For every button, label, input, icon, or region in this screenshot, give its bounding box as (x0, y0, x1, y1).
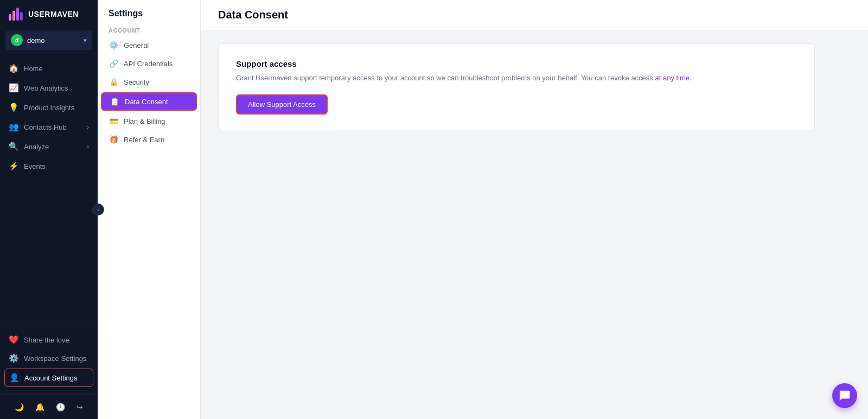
sidebar-item-product-insights[interactable]: 💡 Product Insights (0, 98, 98, 117)
sidebar-item-label: Account Settings (24, 374, 78, 382)
svg-rect-0 (9, 14, 11, 21)
link-icon: 🔗 (108, 59, 118, 68)
sidebar: USERMAVEN d demo ▾ 🏠 Home 📈 Web Analytic… (0, 0, 98, 419)
consent-card: Support access Grant Usermaven support t… (218, 43, 815, 130)
main-content: Data Consent Support access Grant Userma… (201, 0, 868, 419)
support-access-title: Support access (236, 59, 797, 68)
page-header: Data Consent (201, 0, 868, 30)
settings-section-label: Account (98, 22, 200, 36)
sidebar-item-home[interactable]: 🏠 Home (0, 59, 98, 78)
allow-support-access-button[interactable]: Allow Support Access (236, 94, 328, 115)
workspace-selector[interactable]: d demo ▾ (5, 30, 92, 50)
support-access-description: Grant Usermaven support temporary access… (236, 73, 797, 84)
settings-nav-security[interactable]: 🔒 Security (98, 73, 200, 91)
document-icon: 📋 (110, 97, 119, 106)
history-icon[interactable]: 🕐 (54, 401, 67, 414)
workspace-name: demo (27, 36, 79, 45)
chevron-right-icon: › (87, 124, 89, 130)
svg-rect-2 (16, 8, 19, 21)
settings-nav-label: API Credentials (124, 60, 173, 68)
sidebar-item-contacts-hub[interactable]: 👥 Contacts Hub › (0, 117, 98, 137)
lock-icon: 🔒 (108, 78, 118, 86)
sidebar-item-label: Home (24, 65, 43, 73)
svg-rect-3 (20, 12, 23, 21)
sidebar-item-web-analytics[interactable]: 📈 Web Analytics (0, 78, 98, 98)
sidebar-item-label: Product Insights (24, 104, 74, 112)
sidebar-item-label: Contacts Hub (24, 123, 67, 131)
sidebar-collapse-button[interactable]: ‹ (92, 204, 104, 215)
settings-nav-api-credentials[interactable]: 🔗 API Credentials (98, 54, 200, 73)
lightbulb-icon: 💡 (9, 103, 18, 112)
settings-nav-label: General (124, 41, 149, 49)
sidebar-item-events[interactable]: ⚡ Events (0, 156, 98, 176)
users-icon: 👥 (9, 122, 18, 132)
sidebar-item-label: Web Analytics (24, 84, 68, 92)
logout-icon[interactable]: ↪ (74, 401, 85, 414)
settings-nav-label: Refer & Earn (124, 136, 164, 144)
settings-nav-label: Plan & Billing (124, 117, 165, 125)
page-title: Data Consent (218, 9, 851, 21)
sidebar-item-analyze[interactable]: 🔍 Analyze › (0, 137, 98, 156)
settings-nav-label: Security (124, 78, 149, 86)
sidebar-bottom: ❤️ Share the love ⚙️ Workspace Settings … (0, 326, 98, 395)
analyze-icon: 🔍 (9, 142, 18, 151)
notification-icon[interactable]: 🔔 (33, 401, 47, 414)
home-icon: 🏠 (9, 64, 18, 73)
content-area: Support access Grant Usermaven support t… (201, 30, 868, 143)
revoke-access-link[interactable]: at any time (655, 74, 690, 82)
sidebar-item-label: Share the love (24, 336, 69, 344)
person-icon: 👤 (9, 373, 19, 383)
workspace-avatar: d (11, 34, 23, 46)
chat-bubble-button[interactable] (832, 383, 857, 408)
settings-nav-label: Data Consent (125, 98, 168, 106)
heart-icon: ❤️ (9, 335, 18, 345)
logo-icon (9, 8, 24, 21)
settings-nav: Settings Account ⚙️ General 🔗 API Creden… (98, 0, 201, 419)
logo-area: USERMAVEN (0, 0, 98, 28)
chart-icon: 📈 (9, 83, 18, 93)
chevron-right-icon: › (87, 143, 89, 150)
svg-rect-1 (12, 11, 15, 21)
gift-icon: 🎁 (108, 135, 118, 144)
gear-icon: ⚙️ (9, 353, 18, 363)
settings-nav-plan-billing[interactable]: 💳 Plan & Billing (98, 112, 200, 130)
settings-title: Settings (98, 0, 200, 22)
chevron-down-icon: ▾ (84, 37, 87, 44)
logo-text: USERMAVEN (28, 10, 79, 18)
sidebar-item-workspace-settings[interactable]: ⚙️ Workspace Settings (0, 349, 98, 367)
sidebar-item-account-settings[interactable]: 👤 Account Settings (4, 369, 93, 387)
sidebar-item-label: Workspace Settings (24, 354, 86, 363)
sidebar-item-label: Analyze (24, 143, 49, 151)
gear-icon: ⚙️ (108, 41, 118, 49)
sidebar-footer: 🌙 🔔 🕐 ↪ (0, 395, 98, 419)
credit-card-icon: 💳 (108, 117, 118, 125)
sidebar-item-label: Events (24, 162, 46, 170)
settings-nav-general[interactable]: ⚙️ General (98, 36, 200, 54)
sidebar-item-share-love[interactable]: ❤️ Share the love (0, 331, 98, 349)
settings-nav-data-consent[interactable]: 📋 Data Consent (101, 92, 197, 111)
events-icon: ⚡ (9, 161, 18, 171)
settings-nav-refer-earn[interactable]: 🎁 Refer & Earn (98, 130, 200, 149)
sidebar-nav: 🏠 Home 📈 Web Analytics 💡 Product Insight… (0, 56, 98, 326)
moon-icon[interactable]: 🌙 (12, 401, 26, 414)
